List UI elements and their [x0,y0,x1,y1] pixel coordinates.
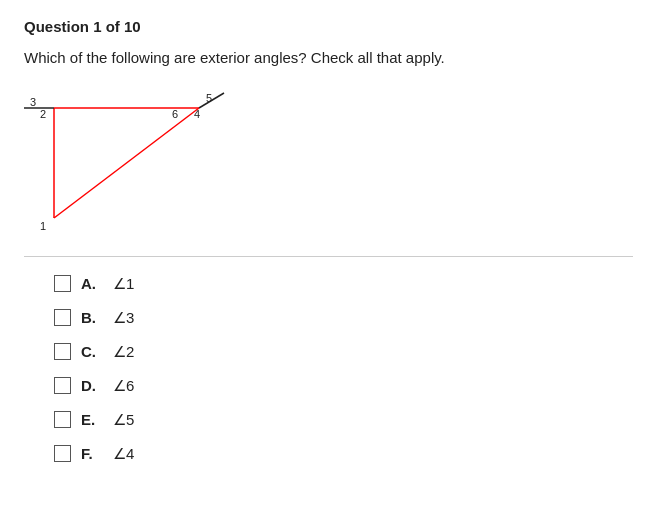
svg-text:5: 5 [206,92,212,104]
diagram-svg: 1 3 2 6 4 5 [24,88,244,238]
option-angle-E: ∠5 [113,411,134,429]
checkbox-A[interactable] [54,275,71,292]
option-angle-F: ∠4 [113,445,134,463]
checkbox-B[interactable] [54,309,71,326]
checkbox-C[interactable] [54,343,71,360]
diagram: 1 3 2 6 4 5 [24,88,244,238]
svg-text:3: 3 [30,96,36,108]
option-item-C: C. ∠2 [54,343,633,361]
option-angle-D: ∠6 [113,377,134,395]
svg-text:1: 1 [40,220,46,232]
option-item-F: F. ∠4 [54,445,633,463]
options-list: A. ∠1 B. ∠3 C. ∠2 D. ∠6 E. ∠5 F. ∠4 [54,275,633,463]
option-label-F: F. [81,445,103,462]
svg-text:2: 2 [40,108,46,120]
svg-line-1 [54,108,199,218]
option-label-D: D. [81,377,103,394]
checkbox-D[interactable] [54,377,71,394]
option-item-A: A. ∠1 [54,275,633,293]
option-angle-A: ∠1 [113,275,134,293]
question-text: Which of the following are exterior angl… [24,47,633,70]
option-item-B: B. ∠3 [54,309,633,327]
option-angle-B: ∠3 [113,309,134,327]
question-header: Question 1 of 10 [24,18,633,35]
checkbox-F[interactable] [54,445,71,462]
option-item-E: E. ∠5 [54,411,633,429]
checkbox-E[interactable] [54,411,71,428]
svg-text:6: 6 [172,108,178,120]
option-label-B: B. [81,309,103,326]
option-label-E: E. [81,411,103,428]
option-label-C: C. [81,343,103,360]
option-label-A: A. [81,275,103,292]
svg-text:4: 4 [194,108,200,120]
option-item-D: D. ∠6 [54,377,633,395]
option-angle-C: ∠2 [113,343,134,361]
section-divider [24,256,633,257]
